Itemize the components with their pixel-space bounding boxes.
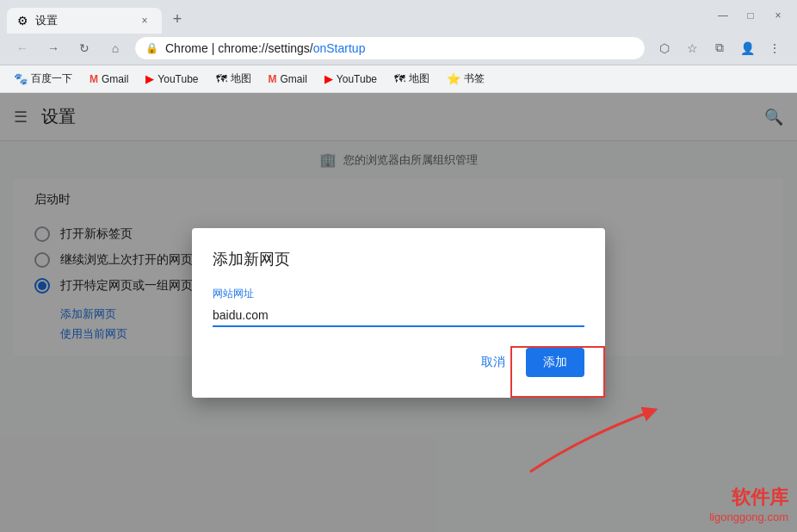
maximize-button[interactable]: □ bbox=[738, 3, 763, 28]
bookmark-maps-1[interactable]: 🗺 地图 bbox=[209, 70, 258, 88]
maps-icon-2: 🗺 bbox=[394, 72, 405, 85]
bookmark-button[interactable]: ☆ bbox=[680, 36, 704, 60]
bookmark-youtube-2[interactable]: ▶ YouTube bbox=[318, 71, 384, 87]
home-button[interactable]: ⌂ bbox=[103, 36, 127, 60]
tab-favicon-icon: ⚙ bbox=[17, 14, 28, 28]
close-window-button[interactable]: × bbox=[766, 3, 790, 28]
field-label: 网站网址 bbox=[213, 287, 584, 301]
minimize-button[interactable]: — bbox=[711, 3, 735, 28]
back-button[interactable]: ← bbox=[10, 36, 34, 60]
gmail-icon-2: M bbox=[269, 73, 277, 85]
tab-title: 设置 bbox=[35, 13, 131, 28]
title-bar: ⚙ 设置 × + — □ × bbox=[0, 0, 797, 31]
bookmark-bookmarks[interactable]: ⭐ 书签 bbox=[440, 70, 491, 88]
omnibox-url: Chrome | chrome://settings/onStartup bbox=[165, 41, 365, 55]
cast-button[interactable]: ⬡ bbox=[652, 36, 677, 60]
new-tab-button[interactable]: + bbox=[165, 7, 189, 31]
url-input[interactable] bbox=[213, 305, 584, 327]
tab-area: ⚙ 设置 × + bbox=[7, 0, 711, 31]
maps-icon-1: 🗺 bbox=[216, 72, 227, 85]
bookmark-gmail-2-label: Gmail bbox=[281, 73, 307, 85]
window-button[interactable]: ⧉ bbox=[707, 36, 732, 60]
address-bar: ← → ↻ ⌂ 🔒 Chrome | chrome://settings/onS… bbox=[0, 31, 797, 65]
bookmark-gmail-1[interactable]: M Gmail bbox=[83, 71, 135, 87]
bookmark-maps-2-label: 地图 bbox=[409, 71, 429, 86]
youtube-icon-2: ▶ bbox=[324, 72, 333, 85]
bookmark-maps-1-label: 地图 bbox=[231, 71, 251, 86]
dialog-title: 添加新网页 bbox=[213, 249, 584, 269]
url-highlight: onStartup bbox=[313, 41, 366, 55]
close-tab-button[interactable]: × bbox=[138, 14, 151, 28]
cancel-button[interactable]: 取消 bbox=[467, 348, 519, 377]
bookmark-gmail-2[interactable]: M Gmail bbox=[262, 71, 314, 87]
omnibox-security-icon: 🔒 bbox=[145, 42, 158, 54]
bookmark-maps-2[interactable]: 🗺 地图 bbox=[387, 70, 436, 88]
profile-button[interactable]: 👤 bbox=[735, 36, 759, 60]
youtube-icon-1: ▶ bbox=[145, 72, 154, 85]
bookmark-bookmarks-label: 书签 bbox=[464, 71, 485, 86]
active-tab[interactable]: ⚙ 设置 × bbox=[7, 8, 162, 34]
url-prefix: Chrome | chrome://settings/ bbox=[165, 41, 313, 55]
toolbar-icons: ⬡ ☆ ⧉ 👤 ⋮ bbox=[652, 36, 787, 60]
bookmark-baidu-label: 百度一下 bbox=[31, 71, 72, 86]
add-page-dialog: 添加新网页 网站网址 取消 添加 bbox=[192, 228, 605, 398]
bookmarks-icon: ⭐ bbox=[447, 72, 460, 85]
bookmark-youtube-1-label: YouTube bbox=[158, 73, 198, 85]
bookmarks-bar: 🐾 百度一下 M Gmail ▶ YouTube 🗺 地图 M Gmail ▶ … bbox=[0, 65, 797, 93]
menu-button[interactable]: ⋮ bbox=[763, 36, 787, 60]
forward-button[interactable]: → bbox=[41, 36, 65, 60]
arrow-annotation bbox=[513, 386, 685, 489]
bookmark-youtube-1[interactable]: ▶ YouTube bbox=[139, 71, 205, 87]
bookmark-gmail-1-label: Gmail bbox=[102, 73, 128, 85]
baidu-icon: 🐾 bbox=[14, 72, 28, 85]
omnibox[interactable]: 🔒 Chrome | chrome://settings/onStartup bbox=[134, 36, 646, 60]
modal-overlay: 添加新网页 网站网址 取消 添加 bbox=[0, 93, 797, 532]
dialog-buttons: 取消 添加 bbox=[213, 348, 584, 377]
add-button[interactable]: 添加 bbox=[526, 348, 584, 377]
window-controls: — □ × bbox=[711, 3, 790, 28]
bookmark-baidu[interactable]: 🐾 百度一下 bbox=[7, 70, 79, 88]
reload-button[interactable]: ↻ bbox=[72, 36, 96, 60]
gmail-icon-1: M bbox=[90, 73, 98, 85]
page-content: ☰ 设置 🔍 🏢 您的浏览器由所属组织管理 启动时 打开新标签页 继续浏览上次打… bbox=[0, 93, 797, 532]
bookmark-youtube-2-label: YouTube bbox=[337, 73, 377, 85]
